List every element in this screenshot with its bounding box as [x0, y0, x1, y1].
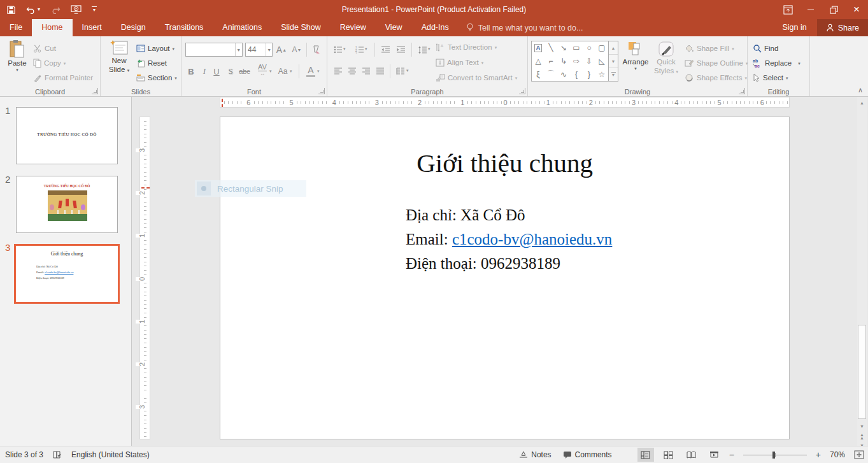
shape-right-brace[interactable]: } — [583, 68, 595, 81]
character-spacing-button[interactable]: AV ↔ — [257, 63, 268, 77]
line-spacing-button[interactable] — [416, 43, 428, 57]
slide-2-thumbnail[interactable]: TRƯỜNG TIỂU HỌC CỔ ĐÔ — [16, 176, 118, 233]
ribbon-display-options-button[interactable] — [776, 0, 799, 19]
font-size-combobox[interactable]: ▼ — [245, 43, 273, 57]
slide-show-button[interactable] — [706, 448, 723, 462]
shrink-font-button[interactable]: A▼ — [291, 43, 302, 57]
vertical-scrollbar[interactable]: ▲ ▼ ▲▲ ▼▼ — [857, 97, 867, 446]
numbering-button[interactable]: 123 — [354, 43, 366, 57]
justify-button[interactable] — [374, 64, 386, 78]
shape-outline-button[interactable]: Shape Outline ▾ — [685, 57, 748, 69]
align-left-button[interactable] — [332, 64, 344, 78]
clear-formatting-button[interactable] — [310, 43, 322, 57]
tab-home[interactable]: Home — [32, 19, 72, 36]
font-size-dropdown[interactable]: ▼ — [266, 43, 272, 56]
font-size-input[interactable] — [246, 43, 266, 56]
change-case-button[interactable]: Aa — [277, 64, 288, 78]
slide-indicator[interactable]: Slide 3 of 3 — [5, 450, 43, 459]
cut-button[interactable]: Cut — [33, 42, 56, 55]
reset-button[interactable]: Reset — [136, 57, 167, 69]
italic-button[interactable]: I — [199, 64, 210, 78]
zoom-slider-handle[interactable] — [772, 452, 775, 459]
close-button[interactable]: × — [845, 0, 868, 19]
shape-arrow[interactable]: ↘ — [557, 41, 570, 55]
bold-button[interactable]: B — [185, 64, 197, 78]
drawing-dialog-launcher[interactable] — [739, 88, 745, 94]
columns-button[interactable] — [395, 64, 406, 78]
slide-canvas[interactable]: Giới thiệu chung Địa chỉ: Xã Cổ Đô Email… — [220, 117, 790, 439]
shape-arc[interactable]: ⌒ — [544, 68, 557, 81]
font-name-input[interactable] — [186, 43, 235, 56]
font-dialog-launcher[interactable] — [318, 88, 325, 94]
change-case-dropdown[interactable]: ▾ — [290, 69, 292, 73]
tab-slide-show[interactable]: Slide Show — [271, 19, 331, 36]
arrange-button[interactable]: Arrange ▾ — [621, 41, 650, 71]
tab-add-ins[interactable]: Add-Ins — [412, 19, 459, 36]
customize-qat-button[interactable]: ▾ — [92, 6, 97, 13]
paragraph-dialog-launcher[interactable] — [519, 88, 525, 94]
align-center-button[interactable] — [346, 64, 358, 78]
shape-line[interactable]: ╲ — [544, 41, 557, 55]
char-spacing-dropdown[interactable]: ▾ — [269, 69, 272, 73]
grow-font-button[interactable]: A▲ — [276, 43, 287, 57]
tab-file[interactable]: File — [0, 19, 32, 36]
horizontal-ruler[interactable]: 6543210123456 — [220, 97, 790, 108]
font-name-dropdown[interactable]: ▼ — [235, 43, 242, 56]
decrease-indent-button[interactable] — [380, 43, 391, 57]
shape-effects-button[interactable]: Shape Effects ▾ — [685, 71, 747, 84]
zoom-slider[interactable] — [743, 455, 807, 455]
new-slide-button[interactable]: NewSlide ▾ — [104, 39, 134, 75]
shape-triangle[interactable]: △ — [532, 55, 544, 68]
shape-scroll-down-button[interactable]: ▼ — [609, 55, 618, 68]
tab-animations[interactable]: Animations — [213, 19, 271, 36]
slide-1-thumbnail[interactable]: TRƯỜNG TIỂU HỌC CỔ ĐÔ — [16, 107, 118, 164]
normal-view-button[interactable] — [637, 448, 654, 462]
restore-button[interactable] — [822, 0, 845, 19]
sign-in-button[interactable]: Sign in — [772, 19, 816, 36]
slide-3-thumbnail[interactable]: Giới thiệu chung Địa chỉ: Xã Cổ Đô Email… — [14, 244, 120, 304]
language-indicator[interactable]: English (United States) — [71, 450, 150, 459]
slide-sorter-view-button[interactable] — [660, 448, 677, 462]
tab-review[interactable]: Review — [331, 19, 376, 36]
line-spacing-dropdown[interactable]: ▾ — [428, 46, 430, 51]
fit-to-window-button[interactable] — [854, 450, 864, 459]
notes-button[interactable]: Notes — [516, 450, 553, 459]
select-button[interactable]: Select ▾ — [753, 71, 788, 84]
zoom-level[interactable]: 70% — [827, 450, 845, 459]
increase-indent-button[interactable] — [395, 43, 406, 57]
paste-button[interactable]: Paste ▾ — [3, 39, 32, 72]
text-shadow-button[interactable]: S — [225, 64, 236, 78]
shape-rounded-rectangle[interactable]: ▢ — [595, 41, 608, 55]
scroll-up-button[interactable]: ▲ — [857, 98, 867, 108]
shape-scribble[interactable]: ξ — [532, 68, 544, 81]
font-name-combobox[interactable]: ▼ — [185, 43, 243, 57]
shape-left-brace[interactable]: { — [570, 68, 583, 81]
convert-to-smartart-button[interactable]: Convert to SmartArt ▾ — [436, 71, 517, 84]
slide-title-text[interactable]: Giới thiệu chung — [220, 148, 789, 178]
shape-corner[interactable]: ◺ — [595, 55, 608, 68]
undo-button[interactable]: ▾ — [26, 6, 40, 14]
slide-body-text[interactable]: Địa chỉ: Xã Cổ Đô Email: c1codo-bv@hanoi… — [406, 203, 612, 276]
section-button[interactable]: Section ▾ — [136, 71, 177, 84]
tab-insert[interactable]: Insert — [73, 19, 111, 36]
shape-rectangle[interactable]: ▭ — [570, 41, 583, 55]
strikethrough-button[interactable]: abc — [239, 64, 250, 78]
tell-me-box[interactable]: Tell me what you want to do... — [466, 19, 583, 36]
comments-button[interactable]: Comments — [560, 450, 615, 459]
share-button[interactable]: Share — [817, 19, 868, 36]
shape-textbox[interactable]: A — [534, 44, 542, 52]
quick-styles-button[interactable]: QuickStyles ▾ — [651, 41, 681, 76]
spell-check-icon[interactable] — [52, 450, 62, 460]
save-button[interactable] — [6, 5, 16, 15]
bullets-dropdown[interactable]: ▾ — [343, 46, 346, 51]
text-direction-button[interactable]: A Text Direction ▾ — [436, 41, 497, 53]
shape-curve[interactable]: ∿ — [557, 68, 570, 81]
shape-scroll-up-button[interactable]: ▲ — [609, 41, 618, 55]
vertical-ruler[interactable]: 3210123 — [139, 117, 150, 439]
font-color-dropdown[interactable]: ▾ — [317, 69, 320, 73]
align-text-button[interactable]: Align Text ▾ — [436, 56, 483, 69]
numbering-dropdown[interactable]: ▾ — [365, 46, 367, 51]
scroll-down-button[interactable]: ▼ — [857, 422, 867, 431]
shape-right-arrow[interactable]: ⇨ — [570, 55, 583, 68]
align-right-button[interactable] — [360, 64, 372, 78]
